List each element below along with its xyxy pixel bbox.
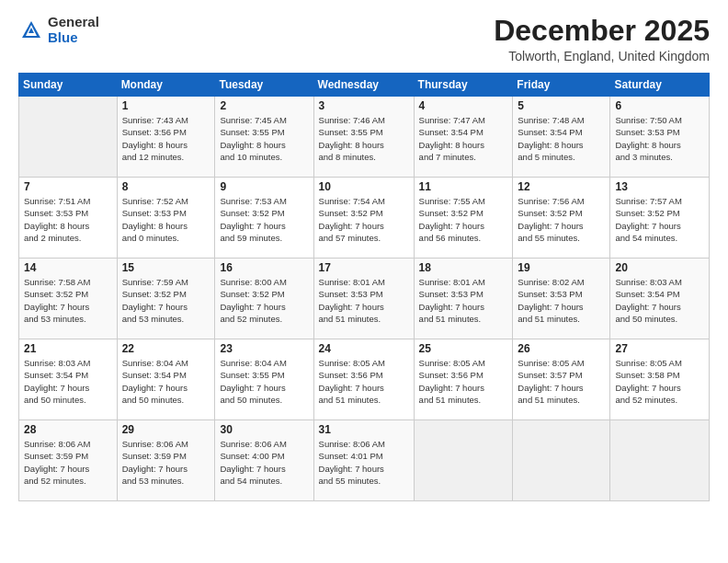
calendar-cell: [414, 420, 513, 501]
calendar-table: SundayMondayTuesdayWednesdayThursdayFrid…: [18, 73, 710, 501]
calendar-cell: 22Sunrise: 8:04 AMSunset: 3:54 PMDayligh…: [117, 339, 215, 420]
day-number: 30: [220, 423, 308, 436]
calendar-header-monday: Monday: [117, 74, 215, 97]
day-info: Sunrise: 7:53 AMSunset: 3:52 PMDaylight:…: [220, 195, 308, 244]
day-info: Sunrise: 8:06 AMSunset: 3:59 PMDaylight:…: [24, 438, 112, 487]
calendar-cell: 27Sunrise: 8:05 AMSunset: 3:58 PMDayligh…: [610, 339, 710, 420]
day-info: Sunrise: 8:04 AMSunset: 3:55 PMDaylight:…: [220, 357, 308, 406]
header: General Blue December 2025 Tolworth, Eng…: [18, 15, 710, 63]
day-info: Sunrise: 8:03 AMSunset: 3:54 PMDaylight:…: [615, 276, 704, 325]
day-info: Sunrise: 7:57 AMSunset: 3:52 PMDaylight:…: [615, 195, 704, 244]
calendar-cell: 5Sunrise: 7:48 AMSunset: 3:54 PMDaylight…: [513, 97, 610, 178]
day-info: Sunrise: 7:52 AMSunset: 3:53 PMDaylight:…: [122, 195, 210, 244]
day-number: 6: [615, 99, 704, 112]
day-info: Sunrise: 8:00 AMSunset: 3:52 PMDaylight:…: [220, 276, 308, 325]
calendar-cell: 30Sunrise: 8:06 AMSunset: 4:00 PMDayligh…: [215, 420, 313, 501]
day-info: Sunrise: 8:04 AMSunset: 3:54 PMDaylight:…: [122, 357, 210, 406]
calendar-header-wednesday: Wednesday: [313, 74, 414, 97]
calendar-cell: 29Sunrise: 8:06 AMSunset: 3:59 PMDayligh…: [117, 420, 215, 501]
day-info: Sunrise: 7:58 AMSunset: 3:52 PMDaylight:…: [24, 276, 112, 325]
day-number: 7: [24, 180, 112, 193]
day-info: Sunrise: 7:43 AMSunset: 3:56 PMDaylight:…: [122, 114, 210, 163]
calendar-cell: 17Sunrise: 8:01 AMSunset: 3:53 PMDayligh…: [313, 259, 414, 339]
calendar-cell: 19Sunrise: 8:02 AMSunset: 3:53 PMDayligh…: [513, 259, 610, 339]
day-info: Sunrise: 7:46 AMSunset: 3:55 PMDaylight:…: [319, 114, 409, 163]
day-info: Sunrise: 7:50 AMSunset: 3:53 PMDaylight:…: [615, 114, 704, 163]
calendar-cell: 8Sunrise: 7:52 AMSunset: 3:53 PMDaylight…: [117, 178, 215, 259]
calendar-header-row: SundayMondayTuesdayWednesdayThursdayFrid…: [19, 74, 710, 97]
calendar-week-row-1: 7Sunrise: 7:51 AMSunset: 3:53 PMDaylight…: [19, 178, 710, 259]
day-info: Sunrise: 7:54 AMSunset: 3:52 PMDaylight:…: [319, 195, 409, 244]
day-number: 10: [319, 180, 409, 193]
day-number: 13: [615, 180, 704, 193]
day-number: 24: [319, 342, 409, 355]
day-number: 28: [24, 423, 112, 436]
day-number: 18: [419, 261, 508, 274]
logo: General Blue: [18, 15, 99, 45]
day-info: Sunrise: 7:48 AMSunset: 3:54 PMDaylight:…: [518, 114, 605, 163]
day-number: 12: [518, 180, 605, 193]
day-info: Sunrise: 8:01 AMSunset: 3:53 PMDaylight:…: [419, 276, 508, 325]
day-number: 25: [419, 342, 508, 355]
calendar-cell: 23Sunrise: 8:04 AMSunset: 3:55 PMDayligh…: [215, 339, 313, 420]
calendar-cell: 14Sunrise: 7:58 AMSunset: 3:52 PMDayligh…: [19, 259, 118, 339]
day-number: 9: [220, 180, 308, 193]
day-info: Sunrise: 8:03 AMSunset: 3:54 PMDaylight:…: [24, 357, 112, 406]
calendar-header-sunday: Sunday: [19, 74, 118, 97]
calendar-cell: 20Sunrise: 8:03 AMSunset: 3:54 PMDayligh…: [610, 259, 710, 339]
day-number: 3: [319, 99, 409, 112]
day-number: 14: [24, 261, 112, 274]
calendar-week-row-2: 14Sunrise: 7:58 AMSunset: 3:52 PMDayligh…: [19, 259, 710, 339]
logo-text: General Blue: [48, 15, 99, 45]
day-number: 26: [518, 342, 605, 355]
day-info: Sunrise: 8:06 AMSunset: 4:01 PMDaylight:…: [319, 438, 409, 487]
day-number: 1: [122, 99, 210, 112]
calendar-cell: 13Sunrise: 7:57 AMSunset: 3:52 PMDayligh…: [610, 178, 710, 259]
location: Tolworth, England, United Kingdom: [494, 49, 710, 63]
day-info: Sunrise: 8:06 AMSunset: 4:00 PMDaylight:…: [220, 438, 308, 487]
calendar-cell: 24Sunrise: 8:05 AMSunset: 3:56 PMDayligh…: [313, 339, 414, 420]
calendar-cell: 4Sunrise: 7:47 AMSunset: 3:54 PMDaylight…: [414, 97, 513, 178]
day-number: 11: [419, 180, 508, 193]
day-number: 4: [419, 99, 508, 112]
day-info: Sunrise: 7:59 AMSunset: 3:52 PMDaylight:…: [122, 276, 210, 325]
day-number: 23: [220, 342, 308, 355]
calendar-week-row-3: 21Sunrise: 8:03 AMSunset: 3:54 PMDayligh…: [19, 339, 710, 420]
day-number: 15: [122, 261, 210, 274]
calendar-cell: 7Sunrise: 7:51 AMSunset: 3:53 PMDaylight…: [19, 178, 118, 259]
calendar-cell: 10Sunrise: 7:54 AMSunset: 3:52 PMDayligh…: [313, 178, 414, 259]
calendar-cell: [513, 420, 610, 501]
title-block: December 2025 Tolworth, England, United …: [494, 15, 710, 63]
day-number: 22: [122, 342, 210, 355]
logo-blue-label: Blue: [48, 30, 99, 46]
day-number: 16: [220, 261, 308, 274]
month-title: December 2025: [494, 15, 710, 47]
day-number: 5: [518, 99, 605, 112]
calendar-cell: 6Sunrise: 7:50 AMSunset: 3:53 PMDaylight…: [610, 97, 710, 178]
calendar-cell: 9Sunrise: 7:53 AMSunset: 3:52 PMDaylight…: [215, 178, 313, 259]
logo-general-label: General: [48, 15, 99, 30]
calendar-cell: 21Sunrise: 8:03 AMSunset: 3:54 PMDayligh…: [19, 339, 118, 420]
calendar-cell: 18Sunrise: 8:01 AMSunset: 3:53 PMDayligh…: [414, 259, 513, 339]
day-number: 19: [518, 261, 605, 274]
day-number: 17: [319, 261, 409, 274]
calendar-header-thursday: Thursday: [414, 74, 513, 97]
day-number: 31: [319, 423, 409, 436]
calendar-cell: 31Sunrise: 8:06 AMSunset: 4:01 PMDayligh…: [313, 420, 414, 501]
calendar-cell: 11Sunrise: 7:55 AMSunset: 3:52 PMDayligh…: [414, 178, 513, 259]
day-info: Sunrise: 8:05 AMSunset: 3:58 PMDaylight:…: [615, 357, 704, 406]
calendar-header-saturday: Saturday: [610, 74, 710, 97]
calendar-cell: 15Sunrise: 7:59 AMSunset: 3:52 PMDayligh…: [117, 259, 215, 339]
day-number: 29: [122, 423, 210, 436]
day-info: Sunrise: 8:02 AMSunset: 3:53 PMDaylight:…: [518, 276, 605, 325]
day-info: Sunrise: 7:45 AMSunset: 3:55 PMDaylight:…: [220, 114, 308, 163]
calendar-week-row-4: 28Sunrise: 8:06 AMSunset: 3:59 PMDayligh…: [19, 420, 710, 501]
calendar-cell: 26Sunrise: 8:05 AMSunset: 3:57 PMDayligh…: [513, 339, 610, 420]
day-info: Sunrise: 7:55 AMSunset: 3:52 PMDaylight:…: [419, 195, 508, 244]
day-info: Sunrise: 7:56 AMSunset: 3:52 PMDaylight:…: [518, 195, 605, 244]
day-number: 21: [24, 342, 112, 355]
day-info: Sunrise: 8:01 AMSunset: 3:53 PMDaylight:…: [319, 276, 409, 325]
calendar-cell: 12Sunrise: 7:56 AMSunset: 3:52 PMDayligh…: [513, 178, 610, 259]
day-info: Sunrise: 8:05 AMSunset: 3:56 PMDaylight:…: [319, 357, 409, 406]
calendar-cell: 1Sunrise: 7:43 AMSunset: 3:56 PMDaylight…: [117, 97, 215, 178]
